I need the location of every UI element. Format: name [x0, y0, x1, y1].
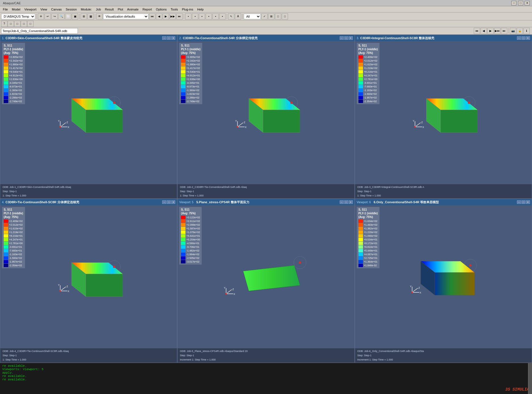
tb-move[interactable]: ✛ — [38, 13, 44, 20]
viewport-2[interactable]: 2. C3D8R+Tie-ConventionalShell-S4R 分体绑定传… — [177, 35, 354, 199]
menu-viewport[interactable]: Viewport — [23, 7, 38, 12]
nav-lock[interactable]: 🔒 — [517, 28, 523, 34]
menu-tools[interactable]: Tools — [169, 7, 180, 12]
tb-vp4[interactable]: ▪ — [206, 13, 212, 20]
maximize-button[interactable]: □ — [518, 1, 523, 5]
tb-undo[interactable]: ↩ — [45, 13, 51, 20]
vp3-close[interactable]: ✕ — [526, 36, 530, 40]
filepath-input[interactable] — [1, 28, 78, 34]
tb-play[interactable]: ▶ — [163, 13, 169, 20]
menu-module[interactable]: Module: — [79, 7, 93, 12]
vp1-close[interactable]: ✕ — [171, 36, 175, 40]
tb-text[interactable]: A — [235, 13, 241, 20]
tb-apply[interactable]: ✓ — [261, 13, 268, 20]
nav-prev[interactable]: ◀ — [481, 28, 487, 34]
nav-first[interactable]: ⏮ — [474, 28, 480, 34]
menu-session[interactable]: Session — [64, 7, 78, 12]
tb-vp-ctrl2[interactable]: □ — [282, 13, 288, 20]
vp4-min[interactable]: ─ — [162, 200, 166, 204]
svg-text:Y: Y — [413, 120, 414, 122]
nav-play[interactable]: ▶ — [487, 28, 494, 34]
visualization-dropdown[interactable]: Visualization defaults — [103, 14, 149, 19]
vp6-min[interactable]: ─ — [517, 200, 521, 204]
vp2-min[interactable]: ─ — [340, 36, 344, 40]
tb-table[interactable]: ▦ — [87, 13, 94, 20]
tb-cursor[interactable]: ↖ — [228, 13, 234, 20]
vp6-model: Z X Y — [355, 205, 532, 348]
menu-result[interactable]: Result — [103, 7, 115, 12]
tb-vp5[interactable]: ▪ — [212, 13, 219, 20]
vp4-close[interactable]: ✕ — [171, 200, 175, 204]
menu-animate[interactable]: Animate — [125, 7, 140, 12]
tb-step-fwd[interactable]: ▶▶ — [170, 13, 176, 20]
viewport-3[interactable]: 3. C3D8R+Integral-ContinuumShell-SC8R 整体… — [355, 35, 532, 199]
nav-last[interactable]: ⏭ — [501, 28, 507, 34]
vp4-max[interactable]: □ — [167, 200, 171, 204]
tb-next-frame[interactable]: ⏭ — [176, 13, 183, 20]
tb2-btn4[interactable]: □ — [21, 21, 27, 27]
tb-prev-frame[interactable]: ⏮ — [149, 13, 155, 20]
vp1-max[interactable]: □ — [167, 36, 171, 40]
tb-vis[interactable]: 👁 — [96, 13, 103, 20]
tb-expand[interactable]: ⊞ — [268, 13, 274, 20]
vp5-min[interactable]: ─ — [340, 200, 344, 204]
viewport-4[interactable]: 4. C3D8R+Tie-ContinuumShell-SC8R 分体绑定连续壳… — [0, 199, 177, 363]
vp1-entry-0: +2.805e+02 — [4, 55, 23, 59]
tb2-btn5[interactable]: □ — [27, 21, 34, 27]
close-button[interactable]: ✕ — [525, 1, 530, 5]
viewport-1[interactable]: 1. C3D8R+Skin-ConventionalShell-S4R 整体蒙皮… — [0, 35, 177, 199]
menu-model[interactable]: Model — [10, 7, 22, 12]
vp3-max[interactable]: □ — [521, 36, 525, 40]
nav-next[interactable]: ▶⏭ — [494, 28, 500, 34]
tb2-btn3[interactable]: □ — [14, 21, 20, 27]
menu-file[interactable]: File — [1, 7, 10, 12]
tb-vp1[interactable]: ▪ — [185, 13, 191, 20]
vp6-max[interactable]: □ — [521, 200, 525, 204]
menu-report[interactable]: Report — [141, 7, 154, 12]
path-dropdown[interactable]: D:\ABAQUS Temp — [1, 14, 35, 19]
vp5-max[interactable]: □ — [344, 200, 348, 204]
nav-info[interactable]: ℹ — [523, 28, 530, 34]
vp1-min[interactable]: ─ — [162, 36, 166, 40]
viewport-5[interactable]: Viewport: 5 5. Plane_stress-CPS4R 整体平面应力… — [177, 199, 354, 363]
vp5-num: Viewport: 5 — [179, 201, 193, 204]
vp4-legend: S, S11 PLY-1 (middle) (Avg: 75%) +2.409e… — [2, 207, 25, 268]
tb-select[interactable]: ⬜ — [65, 13, 71, 20]
vp4-bottom: ODB: Job-4_C3D8R+Tie-ContinuumShell-SC8R… — [0, 348, 177, 362]
menu-canvas[interactable]: Canvas — [49, 7, 63, 12]
sep2 — [79, 14, 80, 19]
tb-vp2[interactable]: ▪ — [192, 13, 198, 20]
all-dropdown[interactable]: All — [244, 14, 261, 19]
vp2-titlebar: 2. C3D8R+Tie-ConventionalShell-S4R 分体绑定传… — [178, 35, 354, 41]
menu-plot[interactable]: Plot — [116, 7, 125, 12]
vp3-min[interactable]: ─ — [517, 36, 521, 40]
svg-text:Y: Y — [235, 120, 237, 122]
vp1-legend-avg: (Avg: 75%) — [4, 51, 23, 55]
menu-view[interactable]: View — [39, 7, 49, 12]
viewport-6[interactable]: Viewport: 6 6. Only_ConventionalShell-S4… — [355, 199, 532, 363]
vp2-max[interactable]: □ — [344, 36, 348, 40]
menu-help[interactable]: Help — [195, 7, 205, 12]
tb-redo[interactable]: ↪ — [51, 13, 58, 20]
tb-region[interactable]: ▣ — [72, 13, 78, 20]
status-scrollbar[interactable] — [528, 363, 532, 394]
tb2-btn2[interactable]: □ — [8, 21, 14, 27]
tb-vp3[interactable]: ▪ — [199, 13, 205, 20]
minimize-button[interactable]: ─ — [511, 1, 516, 5]
nav-cam[interactable]: 📷 — [510, 28, 516, 34]
tb-zoom[interactable]: 🔍 — [58, 13, 64, 20]
vp6-close[interactable]: ✕ — [526, 200, 530, 204]
menu-plugins[interactable]: Plug-ins — [180, 7, 195, 12]
tb-vp-ctrl1[interactable]: □ — [275, 13, 281, 20]
vp5-close[interactable]: ✕ — [349, 200, 353, 204]
vp2-close[interactable]: ✕ — [349, 36, 353, 40]
menu-job[interactable]: Job — [94, 7, 103, 12]
menu-options[interactable]: Options — [154, 7, 168, 12]
svg-marker-51 — [243, 265, 300, 291]
tb-step-back[interactable]: ◀ — [156, 13, 162, 20]
svg-text:Y: Y — [410, 285, 412, 288]
tb-vp6[interactable]: ▪ — [219, 13, 226, 20]
vp3-time: 1: Step Time = 1.000 — [357, 194, 529, 197]
tb-grid[interactable]: ⊞ — [81, 13, 87, 20]
tb2-btn1[interactable]: ? — [1, 21, 7, 27]
